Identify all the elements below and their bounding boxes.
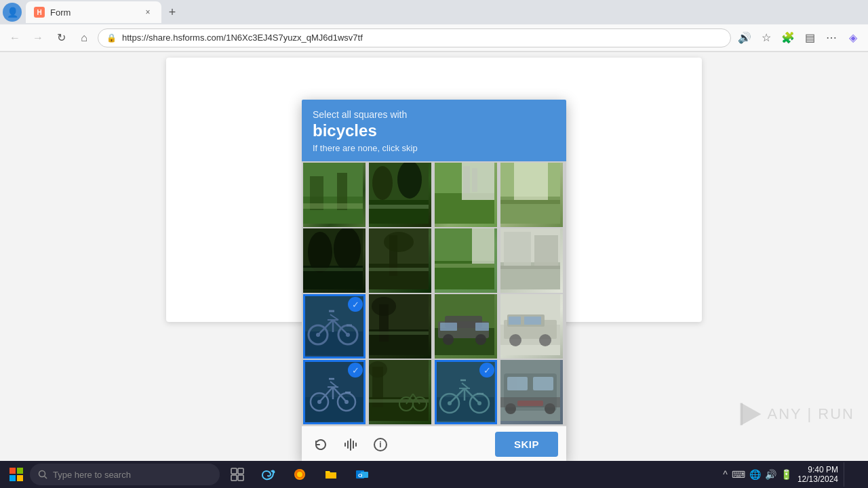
cell-13-image [369,360,429,421]
captcha-footer: i SKIP [302,426,566,462]
grid-cell-5[interactable] [369,228,431,293]
grid-cell-10[interactable] [435,294,497,359]
start-button[interactable] [5,464,27,485]
svg-rect-43 [534,235,558,266]
cell-0-image [303,163,363,224]
captcha-overlay: Select all squares with bicycles If ther… [302,100,566,462]
grid-cell-12[interactable]: ✓ [303,360,366,424]
tab-favicon: H [34,7,45,18]
svg-marker-124 [741,403,761,426]
svg-rect-133 [238,468,243,474]
help-captcha-button[interactable]: i [370,434,391,455]
back-button[interactable]: ← [5,28,24,47]
forward-button[interactable]: → [28,28,47,47]
svg-rect-30 [303,268,363,271]
tab-close-button[interactable]: × [142,7,153,18]
profile-icon[interactable]: 👤 [3,3,22,22]
svg-point-137 [297,472,302,477]
svg-rect-96 [369,399,429,403]
tray-battery-icon: 🔋 [781,469,792,480]
copilot-button[interactable]: ◈ [844,28,863,47]
svg-point-61 [372,297,396,316]
grid-cell-4[interactable] [303,228,366,293]
svg-rect-13 [369,200,429,224]
cell-7-image [500,228,560,289]
refresh-captcha-button[interactable] [310,434,332,455]
svg-rect-78 [524,317,541,325]
taskbar-edge-button[interactable] [254,462,283,487]
svg-rect-44 [500,266,560,269]
captcha-header: Select all squares with bicycles If ther… [302,100,566,161]
task-view-button[interactable] [222,462,252,487]
svg-rect-16 [369,205,429,209]
svg-point-34 [384,232,414,252]
grid-cell-15[interactable] [500,360,563,424]
address-bar[interactable]: 🔒 https://share.hsforms.com/1N6Xc3EJ4S7y… [98,28,731,47]
svg-rect-121 [500,397,560,407]
captcha-sub-instruction: If there are none, click skip [313,143,555,153]
tray-clock[interactable]: 9:40 PM 12/13/2024 [797,465,838,485]
cell-6-image [435,228,494,289]
taskbar-outlook-button[interactable]: O [347,462,377,487]
cell-2-image [435,163,494,224]
taskbar-explorer-button[interactable] [316,462,346,487]
tray-keyboard-icon[interactable]: ⌨ [732,469,745,480]
selection-overlay-8 [303,294,366,359]
cell-10-image [435,294,494,355]
cell-3-image [500,163,560,224]
refresh-button[interactable]: ↻ [52,28,71,47]
grid-cell-7[interactable] [500,228,563,293]
grid-cell-13[interactable] [369,360,431,424]
captcha-image-grid: ✓ [302,161,566,426]
grid-cell-1[interactable] [369,163,431,227]
skip-button[interactable]: SKIP [495,432,558,457]
browser-chrome: 👤 H Form × + ← → ↻ ⌂ 🔒 https://share.hsf… [0,0,868,52]
taskbar-items: O [222,462,720,487]
nav-bar: ← → ↻ ⌂ 🔒 https://share.hsforms.com/1N6X… [0,24,868,52]
favorites-button[interactable]: ☆ [757,28,776,47]
cell-9-image [369,294,429,355]
svg-rect-21 [472,168,477,192]
audio-captcha-button[interactable] [340,434,361,455]
grid-cell-9[interactable] [369,294,431,359]
svg-rect-39 [435,264,494,268]
svg-rect-24 [514,163,548,200]
cell-1-image [369,163,429,224]
tray-network-icon[interactable]: 🌐 [749,469,761,480]
svg-rect-132 [231,468,237,474]
grid-cell-11[interactable] [500,294,563,359]
taskbar-search-box[interactable]: Type here to search [30,464,220,485]
grid-cell-8[interactable]: ✓ [303,294,366,359]
read-aloud-button[interactable]: 🔊 [735,28,754,47]
tray-volume-icon[interactable]: 🔊 [765,469,776,480]
svg-text:i: i [379,440,381,449]
selection-overlay-12 [303,360,366,424]
svg-point-67 [443,334,454,345]
show-desktop-button[interactable] [844,462,863,487]
home-button[interactable]: ⌂ [75,28,94,47]
tray-time-display: 9:40 PM [808,465,838,474]
grid-cell-0[interactable] [303,163,366,227]
grid-cell-3[interactable] [500,163,563,227]
extensions-button[interactable]: 🧩 [778,28,797,47]
tray-icons: ^ ⌨ 🌐 🔊 🔋 [723,469,792,480]
cell-4-image [303,228,363,289]
selection-overlay-14 [435,360,497,424]
svg-rect-134 [231,475,237,481]
active-tab[interactable]: H Form × [26,1,161,23]
grid-cell-6[interactable] [435,228,497,293]
grid-cell-2[interactable] [435,163,497,227]
browser-settings-button[interactable]: ⋯ [822,28,841,47]
svg-rect-129 [17,475,23,481]
svg-point-28 [308,232,332,272]
grid-cell-14[interactable]: ✓ [435,360,497,424]
svg-point-76 [539,334,551,346]
svg-rect-127 [17,468,23,474]
captcha-instruction: Select all squares with [313,109,555,120]
svg-rect-35 [369,268,429,271]
tray-chevron[interactable]: ^ [723,469,728,480]
svg-point-29 [334,228,361,270]
collections-button[interactable]: ▤ [800,28,819,47]
taskbar-firefox-button[interactable] [285,462,315,487]
new-tab-button[interactable]: + [163,3,182,22]
